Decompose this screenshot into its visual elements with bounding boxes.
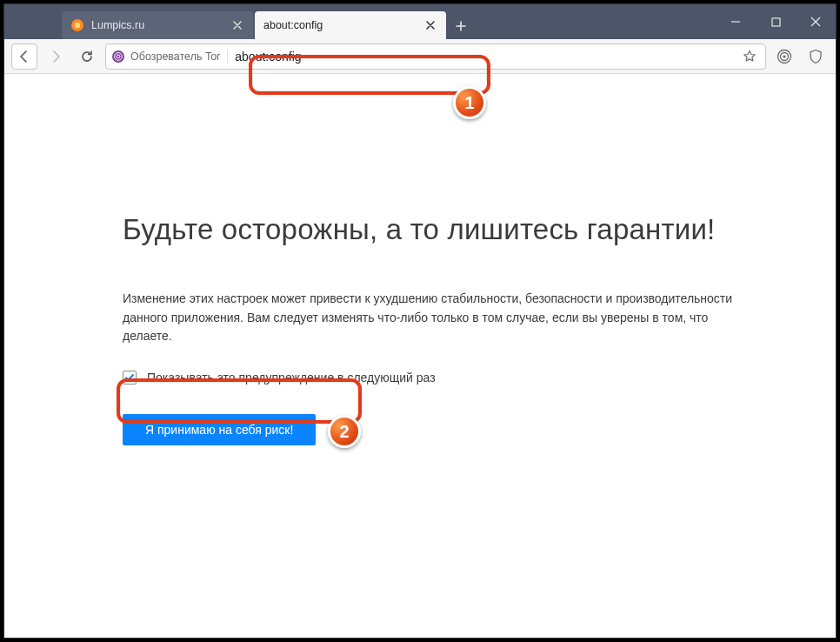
tab-title: about:config	[263, 19, 418, 31]
url-input[interactable]	[235, 50, 739, 64]
address-bar[interactable]: Обозреватель Tor	[105, 43, 766, 70]
show-warning-checkbox-row[interactable]: Показывать это предупреждение в следующи…	[123, 371, 752, 385]
tab-title: Lumpics.ru	[91, 19, 225, 31]
tab-lumpics[interactable]: Lumpics.ru	[62, 11, 253, 39]
browser-window: Lumpics.ru about:config	[3, 3, 837, 639]
security-shield-icon[interactable]	[803, 43, 829, 70]
warning-description: Изменение этих настроек может привести к…	[123, 290, 752, 346]
close-icon[interactable]	[230, 18, 244, 32]
reload-button[interactable]	[74, 43, 100, 70]
tor-onion-icon	[111, 50, 125, 64]
maximize-button[interactable]	[756, 4, 796, 39]
identity-label: Обозреватель Tor	[130, 50, 220, 63]
tab-strip: Lumpics.ru about:config	[62, 4, 716, 39]
svg-point-8	[783, 55, 785, 57]
close-icon[interactable]	[423, 18, 437, 32]
svg-point-1	[75, 23, 80, 28]
titlebar: Lumpics.ru about:config	[4, 4, 836, 39]
site-identity[interactable]: Обозреватель Tor	[111, 50, 228, 64]
checkbox-icon[interactable]	[123, 371, 137, 385]
bookmark-star-icon[interactable]	[739, 46, 760, 67]
tab-about-config[interactable]: about:config	[255, 11, 446, 39]
orange-favicon-icon	[70, 18, 84, 32]
checkbox-label: Показывать это предупреждение в следующи…	[147, 371, 436, 385]
new-tab-button[interactable]	[448, 13, 474, 39]
svg-rect-2	[772, 18, 780, 26]
warning-title: Будьте осторожны, а то лишитесь гарантии…	[123, 213, 752, 246]
about-config-warning: Будьте осторожны, а то лишитесь гарантии…	[4, 74, 836, 445]
forward-button[interactable]	[43, 43, 69, 70]
toolbar: Обозреватель Tor	[4, 39, 836, 74]
back-button[interactable]	[11, 43, 37, 70]
accept-risk-button[interactable]: Я принимаю на себя риск!	[123, 414, 316, 445]
tor-circuit-icon[interactable]	[771, 43, 797, 70]
window-controls	[716, 4, 836, 39]
close-window-button[interactable]	[796, 4, 836, 39]
minimize-button[interactable]	[716, 4, 756, 39]
page-content: Будьте осторожны, а то лишитесь гарантии…	[4, 74, 836, 638]
